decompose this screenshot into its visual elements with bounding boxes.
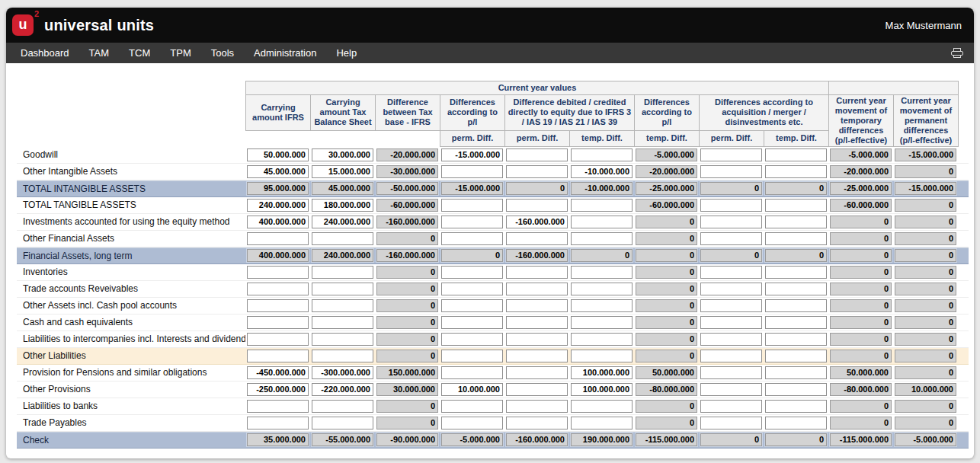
cell-input[interactable] xyxy=(441,266,503,279)
cell-input[interactable] xyxy=(441,333,503,346)
cell-input[interactable]: -160.000.000 xyxy=(506,216,568,228)
cell-input[interactable] xyxy=(571,283,633,295)
cell-input[interactable]: 180.000.000 xyxy=(312,199,373,212)
cell-input[interactable] xyxy=(506,232,568,245)
cell-input[interactable] xyxy=(571,299,633,312)
nav-item-tools[interactable]: Tools xyxy=(201,47,244,59)
cell-input[interactable] xyxy=(312,232,373,245)
cell-input[interactable] xyxy=(700,199,762,212)
cell-input[interactable] xyxy=(441,216,503,228)
cell-input[interactable] xyxy=(441,417,503,429)
cell-input[interactable] xyxy=(441,199,503,212)
cell-input[interactable]: -450.000.000 xyxy=(247,366,309,379)
cell-input[interactable] xyxy=(571,417,633,429)
cell-input[interactable] xyxy=(765,333,827,346)
cell-input[interactable] xyxy=(571,148,633,161)
cell-input[interactable] xyxy=(312,350,373,362)
cell-input[interactable] xyxy=(765,148,827,161)
cell-input[interactable] xyxy=(765,316,827,329)
nav-item-administration[interactable]: Administration xyxy=(244,47,326,59)
cell-input[interactable] xyxy=(765,165,827,178)
cell-input[interactable] xyxy=(247,333,309,346)
cell-input[interactable] xyxy=(571,316,633,329)
cell-input[interactable] xyxy=(247,417,309,429)
nav-item-dashboard[interactable]: Dashboard xyxy=(11,47,79,59)
cell-input[interactable] xyxy=(765,383,827,396)
cell-input[interactable] xyxy=(506,316,568,329)
cell-input[interactable] xyxy=(506,148,568,161)
cell-input[interactable] xyxy=(247,283,309,295)
cell-input[interactable] xyxy=(571,266,633,279)
cell-input[interactable] xyxy=(765,299,827,312)
cell-input[interactable] xyxy=(700,316,762,329)
cell-input[interactable] xyxy=(441,232,503,245)
cell-input[interactable] xyxy=(441,366,503,379)
cell-input[interactable] xyxy=(441,165,503,178)
cell-input[interactable] xyxy=(700,417,762,429)
cell-input[interactable] xyxy=(312,417,373,429)
cell-input[interactable]: 50.000.000 xyxy=(247,148,309,161)
cell-input[interactable] xyxy=(506,266,568,279)
cell-input[interactable]: -250.000.000 xyxy=(247,383,309,396)
nav-item-help[interactable]: Help xyxy=(326,47,367,59)
cell-input[interactable] xyxy=(765,232,827,245)
cell-input[interactable] xyxy=(700,165,762,178)
cell-input[interactable]: -300.000.000 xyxy=(312,366,373,379)
cell-input[interactable] xyxy=(765,216,827,228)
cell-input[interactable] xyxy=(571,216,633,228)
cell-input[interactable] xyxy=(312,299,373,312)
cell-input[interactable] xyxy=(700,232,762,245)
cell-input[interactable] xyxy=(765,350,827,362)
cell-input[interactable] xyxy=(571,333,633,346)
cell-input[interactable]: -15.000.000 xyxy=(441,148,503,161)
nav-item-tam[interactable]: TAM xyxy=(79,47,119,59)
cell-input[interactable]: 45.000.000 xyxy=(247,165,309,178)
cell-input[interactable]: -220.000.000 xyxy=(312,383,373,396)
cell-input[interactable] xyxy=(765,266,827,279)
cell-input[interactable] xyxy=(312,333,373,346)
cell-input[interactable] xyxy=(247,299,309,312)
cell-input[interactable] xyxy=(571,199,633,212)
cell-input[interactable] xyxy=(312,283,373,295)
cell-input[interactable] xyxy=(700,400,762,413)
cell-input[interactable] xyxy=(441,400,503,413)
cell-input[interactable] xyxy=(506,283,568,295)
print-icon[interactable] xyxy=(951,48,963,59)
cell-input[interactable] xyxy=(247,316,309,329)
cell-input[interactable]: 240.000.000 xyxy=(247,199,309,212)
cell-input[interactable] xyxy=(700,333,762,346)
cell-input[interactable] xyxy=(247,266,309,279)
cell-input[interactable] xyxy=(765,199,827,212)
cell-input[interactable] xyxy=(700,148,762,161)
nav-item-tpm[interactable]: TPM xyxy=(160,47,200,59)
cell-input[interactable] xyxy=(571,350,633,362)
cell-input[interactable] xyxy=(506,417,568,429)
cell-input[interactable] xyxy=(312,316,373,329)
cell-input[interactable] xyxy=(765,417,827,429)
cell-input[interactable]: 10.000.000 xyxy=(441,383,503,396)
cell-input[interactable] xyxy=(700,266,762,279)
cell-input[interactable] xyxy=(571,400,633,413)
cell-input[interactable] xyxy=(247,350,309,362)
cell-input[interactable] xyxy=(765,366,827,379)
cell-input[interactable] xyxy=(441,350,503,362)
cell-input[interactable] xyxy=(506,333,568,346)
cell-input[interactable] xyxy=(506,366,568,379)
cell-input[interactable]: 100.000.000 xyxy=(571,383,633,396)
cell-input[interactable] xyxy=(506,400,568,413)
cell-input[interactable] xyxy=(700,383,762,396)
cell-input[interactable]: 240.000.000 xyxy=(312,216,373,228)
cell-input[interactable]: 400.000.000 xyxy=(247,216,309,228)
cell-input[interactable] xyxy=(441,316,503,329)
cell-input[interactable] xyxy=(765,400,827,413)
cell-input[interactable] xyxy=(700,216,762,228)
cell-input[interactable] xyxy=(247,400,309,413)
cell-input[interactable] xyxy=(765,283,827,295)
nav-item-tcm[interactable]: TCM xyxy=(119,47,160,59)
cell-input[interactable] xyxy=(312,400,373,413)
cell-input[interactable] xyxy=(700,350,762,362)
cell-input[interactable] xyxy=(441,299,503,312)
cell-input[interactable] xyxy=(700,299,762,312)
cell-input[interactable]: 30.000.000 xyxy=(312,148,373,161)
cell-input[interactable] xyxy=(700,366,762,379)
